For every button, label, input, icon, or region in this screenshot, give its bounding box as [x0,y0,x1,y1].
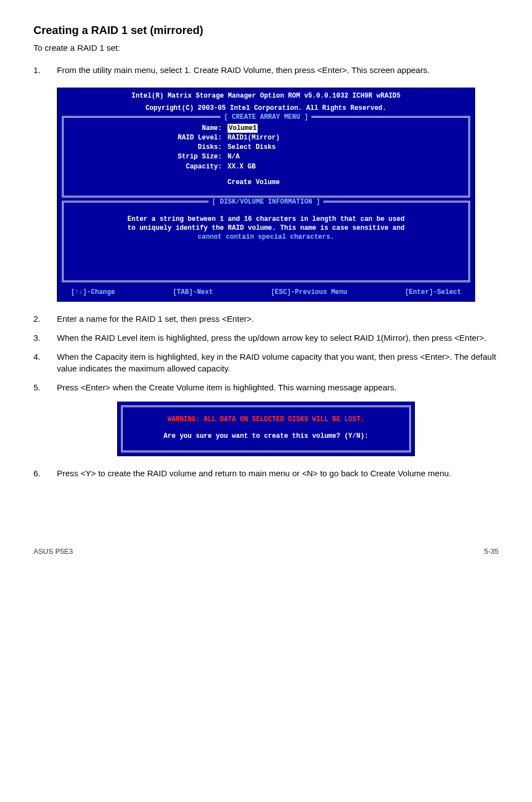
name-value: Volume1 [228,124,258,133]
step-body: When the RAID Level item is highlighted,… [57,332,499,344]
step-2: 2. Enter a name for the RAID 1 set, then… [33,313,499,325]
disk-volume-info-panel: [ DISK/VOLUME INFORMATION ] Enter a stri… [62,201,470,282]
intro-text: To create a RAID 1 set: [33,42,499,54]
footer-left: ASUS P5E3 [33,547,73,557]
step-5: 5. Press <Enter> when the Create Volume … [33,381,499,394]
bios-header-line2: Copyright(C) 2003-05 Intel Corporation. … [57,100,475,113]
key-change: [↑↓]-Change [71,288,115,297]
warning-red-text: WARNING: ALL DATA ON SELECTED DISKS WILL… [133,415,399,424]
disks-value: Select Disks [228,143,275,152]
step-body: Enter a name for the RAID 1 set, then pr… [57,313,499,325]
section-heading: Creating a RAID 1 set (mirrored) [33,22,499,38]
disks-label: Disks: [71,143,228,152]
field-create-volume: Create Volume [71,178,461,187]
steps-list-cont2: 6. Press <Y> to create the RAID volume a… [33,467,499,480]
bios-screenshot: Intel(R) Matrix Storage Manager Option R… [57,88,475,302]
step-body: When the Capacity item is highlighted, k… [57,351,499,375]
raid-level-value: RAID1(Mirror) [228,133,280,142]
step-number: 4. [33,351,57,375]
raid-level-label: RAID Level: [71,133,228,142]
help-line2: to uniquely identify the RAID volume. Th… [88,224,444,233]
bios-footer-keys: [↑↓]-Change [TAB]-Next [ESC]-Previous Me… [57,286,475,301]
footer-right: 5-35 [484,547,499,557]
name-label: Name: [71,124,228,133]
steps-list: 1. From the utility main menu, select 1.… [33,64,499,76]
capacity-value: XX.X GB [228,162,255,171]
key-prev: [ESC]-Previous Menu [271,288,347,297]
spacer [71,178,228,187]
step-body: Press <Enter> when the Create Volume ite… [57,381,499,394]
panel2-title: [ DISK/VOLUME INFORMATION ] [209,197,323,206]
help-text-block: Enter a string between 1 and 16 characte… [71,208,461,249]
help-line1: Enter a string between 1 and 16 characte… [88,215,444,224]
step-3: 3. When the RAID Level item is highlight… [33,332,499,344]
warning-dialog: WARNING: ALL DATA ON SELECTED DISKS WILL… [117,402,415,456]
step-body: From the utility main menu, select 1. Cr… [57,64,499,76]
field-disks: Disks: Select Disks [71,143,461,152]
key-select: [Enter]-Select [405,288,461,297]
create-volume-label: Create Volume [228,178,280,187]
strip-size-label: Strip Size: [71,152,228,161]
field-raid-level: RAID Level: RAID1(Mirror) [71,133,461,142]
key-next: [TAB]-Next [173,288,213,297]
strip-size-value: N/A [228,152,240,161]
warning-inner: WARNING: ALL DATA ON SELECTED DISKS WILL… [121,405,411,452]
step-6: 6. Press <Y> to create the RAID volume a… [33,467,499,480]
step-number: 6. [33,467,57,480]
create-array-panel: [ CREATE ARRAY MENU ] Name: Volume1 RAID… [62,116,470,197]
step-4: 4. When the Capacity item is highlighted… [33,351,499,375]
step-number: 5. [33,381,57,394]
step-body: Press <Y> to create the RAID volume and … [57,467,499,480]
step-1: 1. From the utility main menu, select 1.… [33,64,499,76]
page-footer: ASUS P5E3 5-35 [33,547,499,557]
field-strip-size: Strip Size: N/A [71,152,461,161]
steps-list-cont: 2. Enter a name for the RAID 1 set, then… [33,313,499,394]
help-line3: cannot contain special characters. [88,233,444,241]
capacity-label: Capacity: [71,162,228,171]
step-number: 1. [33,64,57,76]
warning-prompt: Are you sure you want to create this vol… [133,432,399,441]
panel1-title: [ CREATE ARRAY MENU ] [220,113,311,122]
field-name: Name: Volume1 [71,124,461,133]
step-number: 2. [33,313,57,325]
bios-header-line1: Intel(R) Matrix Storage Manager Option R… [57,88,475,100]
field-capacity: Capacity: XX.X GB [71,162,461,171]
step-number: 3. [33,332,57,344]
